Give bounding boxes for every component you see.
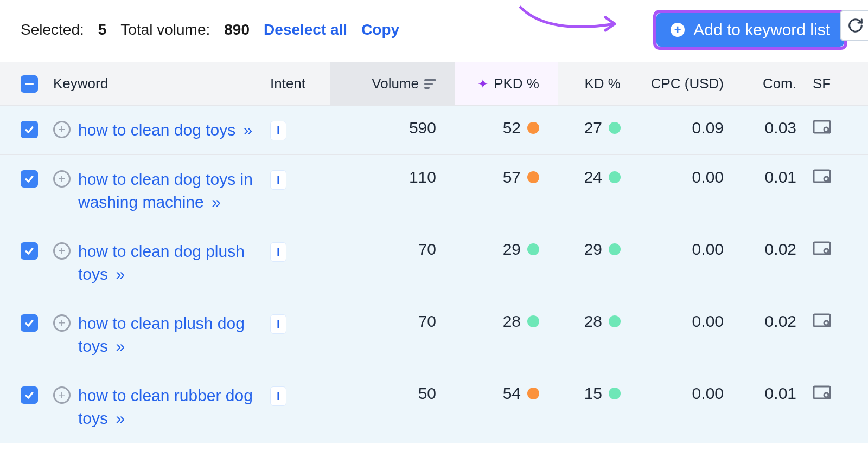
table-row: + how to clean dog plush toys » I 70 29 … — [0, 227, 868, 299]
expand-row-button[interactable]: + — [53, 121, 71, 138]
row-checkbox[interactable] — [21, 121, 38, 138]
expand-row-button[interactable]: + — [53, 170, 71, 188]
sort-desc-icon — [424, 79, 436, 89]
serp-features-button[interactable] — [813, 312, 851, 328]
expand-row-button[interactable]: + — [53, 242, 71, 260]
open-chevrons-icon: » — [244, 121, 253, 139]
column-cpc[interactable]: CPC (USD) — [639, 75, 742, 92]
keyword-link[interactable]: how to clean rubber dog toys » — [78, 384, 257, 430]
kd-cell: 28 — [558, 312, 639, 331]
intent-badge: I — [270, 314, 286, 334]
table-row: + how to clean plush dog toys » I 70 28 … — [0, 299, 868, 371]
plus-icon: + — [671, 23, 685, 37]
column-volume[interactable]: Volume — [330, 62, 455, 105]
kd-dot-icon — [609, 171, 621, 183]
keyword-text: how to clean dog toys — [78, 121, 235, 139]
kd-dot-icon — [609, 243, 621, 255]
pkd-value: 57 — [503, 168, 521, 186]
open-chevrons-icon: » — [212, 193, 221, 211]
open-chevrons-icon: » — [116, 337, 125, 355]
deselect-all-link[interactable]: Deselect all — [264, 21, 347, 38]
keyword-link[interactable]: how to clean dog toys » — [78, 119, 252, 141]
keyword-link[interactable]: how to clean dog toys in washing machine… — [78, 168, 257, 214]
column-com[interactable]: Com. — [742, 75, 813, 92]
com-cell: 0.02 — [742, 312, 813, 331]
keyword-text: how to clean dog plush toys — [78, 242, 245, 283]
total-volume-summary: Total volume: 890 — [120, 21, 250, 38]
svg-point-1 — [824, 127, 828, 132]
pkd-value: 28 — [503, 312, 521, 331]
keyword-link[interactable]: how to clean dog plush toys » — [78, 240, 257, 286]
table-header: Keyword Intent Volume ✦ PKD % KD % CPC (… — [0, 62, 868, 106]
pkd-cell: 28 — [455, 312, 558, 331]
cpc-cell: 0.00 — [639, 168, 742, 186]
serp-features-button[interactable] — [813, 384, 851, 401]
svg-point-7 — [824, 249, 828, 253]
row-checkbox[interactable] — [21, 170, 38, 188]
total-volume-value: 890 — [224, 21, 250, 38]
copy-link[interactable]: Copy — [361, 21, 399, 38]
kd-cell: 24 — [558, 168, 639, 186]
kd-dot-icon — [609, 315, 621, 327]
selected-label: Selected: — [21, 21, 84, 38]
open-chevrons-icon: » — [116, 265, 125, 283]
select-all-checkbox[interactable] — [21, 75, 38, 93]
cpc-cell: 0.00 — [639, 384, 742, 403]
volume-cell: 50 — [330, 384, 455, 403]
com-cell: 0.02 — [742, 240, 813, 259]
expand-row-button[interactable]: + — [53, 314, 71, 332]
row-checkbox[interactable] — [21, 314, 38, 332]
com-cell: 0.01 — [742, 384, 813, 403]
keyword-text: how to clean plush dog toys — [78, 314, 245, 355]
pkd-dot-icon — [527, 122, 539, 134]
serp-icon — [813, 168, 831, 184]
serp-icon — [813, 119, 831, 135]
com-cell: 0.03 — [742, 119, 813, 137]
intent-badge: I — [270, 170, 286, 190]
kd-dot-icon — [609, 122, 621, 134]
open-chevrons-icon: » — [116, 409, 125, 427]
table-row: + how to clean dog toys » I 590 52 27 0.… — [0, 106, 868, 155]
kd-cell: 29 — [558, 240, 639, 259]
serp-features-button[interactable] — [813, 119, 851, 135]
row-checkbox[interactable] — [21, 386, 38, 404]
cpc-cell: 0.09 — [639, 119, 742, 137]
column-keyword[interactable]: Keyword — [53, 75, 270, 92]
table-body: + how to clean dog toys » I 590 52 27 0.… — [0, 106, 868, 443]
intent-badge: I — [270, 242, 286, 262]
kd-cell: 27 — [558, 119, 639, 137]
sparkle-icon: ✦ — [477, 76, 488, 92]
kd-value: 29 — [584, 240, 602, 259]
add-to-list-highlight: + Add to keyword list — [653, 10, 847, 50]
row-checkbox[interactable] — [21, 242, 38, 260]
kd-value: 24 — [584, 168, 602, 186]
column-sf[interactable]: SF — [813, 75, 851, 92]
kd-cell: 15 — [558, 384, 639, 403]
pkd-cell: 52 — [455, 119, 558, 137]
serp-features-button[interactable] — [813, 168, 851, 184]
add-to-keyword-list-button[interactable]: + Add to keyword list — [656, 13, 844, 47]
svg-point-10 — [824, 321, 828, 325]
serp-features-button[interactable] — [813, 240, 851, 256]
column-kd[interactable]: KD % — [558, 75, 639, 92]
serp-icon — [813, 240, 831, 256]
expand-row-button[interactable]: + — [53, 386, 71, 404]
pkd-cell: 54 — [455, 384, 558, 403]
pkd-cell: 29 — [455, 240, 558, 259]
serp-icon — [813, 384, 831, 401]
svg-point-13 — [824, 393, 828, 397]
kd-value: 27 — [584, 119, 602, 137]
column-intent[interactable]: Intent — [270, 75, 330, 92]
callout-arrow-icon — [514, 2, 623, 40]
com-cell: 0.01 — [742, 168, 813, 186]
pkd-cell: 57 — [455, 168, 558, 186]
keyword-text: how to clean rubber dog toys — [78, 386, 253, 427]
intent-badge: I — [270, 121, 286, 140]
table-row: + how to clean dog toys in washing machi… — [0, 155, 868, 227]
refresh-button[interactable] — [840, 10, 868, 41]
keyword-link[interactable]: how to clean plush dog toys » — [78, 312, 257, 358]
refresh-icon — [847, 17, 864, 34]
column-pkd[interactable]: ✦ PKD % — [455, 62, 558, 105]
kd-dot-icon — [609, 388, 621, 399]
volume-cell: 110 — [330, 168, 455, 186]
